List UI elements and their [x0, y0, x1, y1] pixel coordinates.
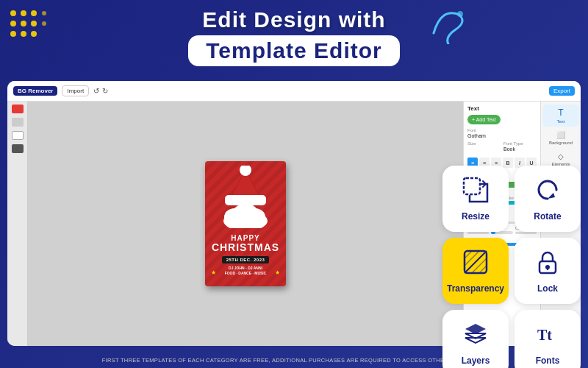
transparency-label: Transparency [447, 283, 504, 294]
resize-icon [462, 177, 489, 207]
layers-panel [7, 102, 28, 346]
canvas-area: HAPPY CHRISTMAS 25TH DEC. 2023 DJ JOHN -… [28, 102, 463, 346]
size-font-type-row: Size Font Type Book [467, 141, 537, 155]
layers-icon [462, 321, 489, 351]
layers-label: Layers [462, 355, 490, 366]
header-line2: Template Editor [206, 38, 381, 63]
export-button[interactable]: Export [549, 86, 575, 96]
rotate-icon [534, 177, 561, 207]
toolbar-icons: ↺ ↻ [93, 87, 108, 95]
add-text-button[interactable]: + Add Text [467, 115, 501, 124]
card-star-left: ★ [211, 269, 216, 276]
tab-text[interactable]: T Text [542, 105, 579, 127]
layer-thumb [12, 118, 24, 127]
header: Edit Design with Template Editor [0, 7, 588, 66]
tab-background[interactable]: ⬜ Background [542, 128, 579, 148]
fonts-label: Fonts [536, 355, 560, 366]
layer-item[interactable] [12, 131, 24, 140]
layer-thumb [12, 144, 24, 153]
elements-tab-icon: ◇ [558, 152, 564, 160]
christmas-card: HAPPY CHRISTMAS 25TH DEC. 2023 DJ JOHN -… [205, 161, 286, 286]
lock-button[interactable]: Lock [514, 238, 581, 304]
font-label: Font [467, 128, 537, 132]
layer-item[interactable] [12, 118, 24, 127]
background-tab-icon: ⬜ [556, 131, 565, 139]
lock-label: Lock [537, 283, 558, 294]
font-type-col: Font Type Book [503, 141, 537, 155]
svg-rect-19 [464, 178, 480, 194]
card-star-right: ★ [275, 269, 280, 276]
redo-icon[interactable]: ↻ [102, 87, 108, 95]
tab-text-label: Text [556, 119, 564, 124]
resize-button[interactable]: Resize [442, 166, 509, 232]
fonts-button[interactable]: Tt Fonts [514, 310, 581, 368]
font-type-label: Font Type [503, 141, 537, 146]
transparency-icon [462, 249, 489, 279]
rotate-label: Rotate [534, 211, 561, 222]
resize-label: Resize [462, 211, 490, 222]
card-date-banner: 25TH DEC. 2023 [222, 256, 270, 263]
layer-item[interactable] [12, 105, 24, 113]
font-type-value: Book [503, 146, 537, 152]
santa-hat [223, 166, 268, 206]
undo-icon[interactable]: ↺ [93, 87, 99, 95]
size-col: Size [467, 141, 501, 155]
fonts-icon: Tt [534, 321, 561, 351]
layer-item[interactable] [12, 144, 24, 153]
hat-svg [223, 166, 268, 206]
svg-line-24 [472, 258, 487, 273]
font-value: Gotham [467, 133, 537, 138]
cloud-svg [220, 202, 271, 228]
svg-text:Tt: Tt [537, 327, 552, 343]
transparency-button[interactable]: Transparency [442, 238, 509, 304]
editor-toolbar: BG Remover Import ↺ ↻ Export [7, 81, 581, 102]
svg-point-13 [240, 166, 251, 176]
rotate-button[interactable]: Rotate [514, 166, 581, 232]
card-dj-info: DJ JOHN - DJ ANNI FOOD · DANCE · MUSIC [225, 266, 267, 276]
svg-point-18 [232, 204, 259, 224]
card-illustration [220, 202, 271, 231]
tab-background-label: Background [549, 141, 573, 145]
card-christmas-text: CHRISTMAS [212, 242, 279, 253]
feature-grid: Resize Rotate [442, 166, 581, 368]
lock-icon [534, 249, 561, 279]
main-content: BG Remover Import ↺ ↻ Export [0, 81, 588, 346]
bg-remover-button[interactable]: BG Remover [13, 86, 57, 96]
svg-marker-29 [465, 324, 486, 334]
header-line2-wrap: Template Editor [188, 35, 399, 66]
layers-button[interactable]: Layers [442, 310, 509, 368]
text-panel-title: Text [467, 105, 537, 112]
svg-line-22 [465, 251, 479, 266]
text-tab-icon: T [558, 107, 563, 118]
layer-thumb [12, 105, 24, 113]
import-button[interactable]: Import [62, 85, 89, 96]
size-label: Size [467, 141, 501, 146]
layer-thumb [12, 131, 24, 140]
header-line1: Edit Design with [0, 7, 588, 32]
